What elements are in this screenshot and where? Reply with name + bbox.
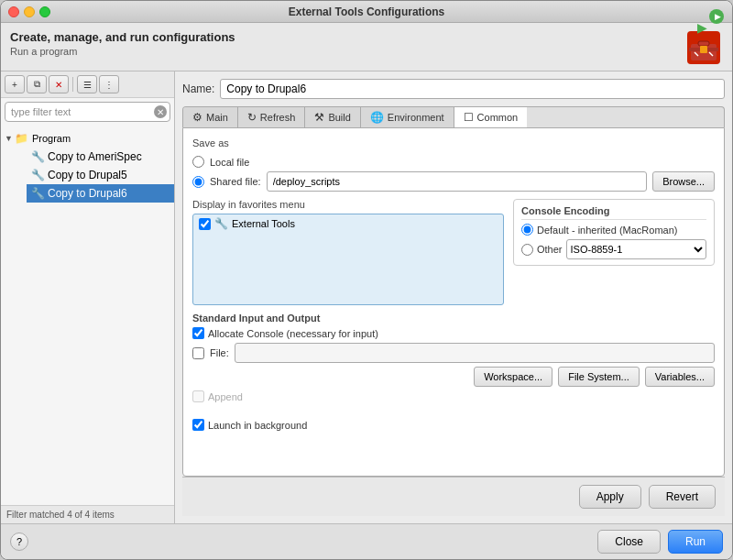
run-button[interactable]: Run: [668, 530, 723, 554]
save-as-label: Save as: [192, 137, 715, 148]
filter-box: ✕: [5, 102, 170, 122]
run-program-icon: [687, 31, 720, 64]
header-subtitle: Run a program: [10, 46, 235, 57]
filter-clear-button[interactable]: ✕: [154, 105, 167, 118]
titlebar: External Tools Configurations: [1, 1, 732, 23]
fav-item-external-tools[interactable]: 🔧 External Tools: [193, 214, 503, 233]
maximize-window-button[interactable]: [39, 6, 50, 17]
sidebar: + ⧉ ✕ ☰ ⋮ ✕ ▼ 📁 Program: [1, 71, 175, 523]
copy-config-button[interactable]: ⧉: [27, 75, 47, 93]
footer-buttons: Close Run: [597, 530, 723, 554]
delete-config-button[interactable]: ✕: [49, 75, 69, 93]
window-title: External Tools Configurations: [289, 5, 444, 18]
local-file-radio[interactable]: [192, 156, 204, 168]
other-encoding-row: Other ISO-8859-1 UTF-8 UTF-16: [521, 239, 706, 259]
tree-item-drupal5[interactable]: 🔧 Copy to Drupal5: [27, 166, 174, 184]
header-title: Create, manage, and run configurations: [10, 30, 235, 44]
tab-refresh[interactable]: ↻ Refresh: [238, 107, 306, 127]
tree-item-drupal6-label: Copy to Drupal6: [48, 187, 127, 200]
tree-group-label: Program: [32, 133, 71, 144]
filter-status: Filter matched 4 of 4 items: [6, 510, 115, 520]
launch-background-checkbox[interactable]: [192, 419, 204, 431]
file-input[interactable]: [235, 343, 715, 363]
tree-item-drupal6[interactable]: 🔧 Copy to Drupal6: [27, 184, 174, 203]
revert-button[interactable]: Revert: [649, 485, 716, 509]
svg-rect-1: [698, 41, 709, 46]
environment-tab-label: Environment: [388, 112, 444, 123]
name-label: Name:: [182, 82, 214, 95]
display-favorites-label: Display in favorites menu: [192, 199, 504, 210]
toolbar-separator: [72, 77, 73, 92]
close-window-button[interactable]: [8, 6, 19, 17]
tab-common[interactable]: ☐ Common: [454, 107, 528, 127]
local-file-row: Local file: [192, 156, 715, 168]
refresh-tab-icon: ↻: [247, 111, 257, 124]
tab-main[interactable]: ⚙ Main: [183, 107, 238, 127]
header-text: Create, manage, and run configurations R…: [10, 30, 235, 57]
help-button[interactable]: ?: [10, 533, 28, 551]
shared-file-row: Shared file: Browse...: [192, 171, 715, 192]
common-tab-label: Common: [477, 112, 519, 123]
name-row: Name:: [182, 79, 725, 99]
std-io-section: Standard Input and Output Allocate Conso…: [192, 313, 715, 406]
default-encoding-radio[interactable]: [521, 224, 533, 236]
program-group-icon: 📁: [15, 131, 29, 146]
variables-button[interactable]: Variables...: [645, 367, 715, 387]
filter-input[interactable]: [5, 102, 170, 122]
default-encoding-label: Default - inherited (MacRoman): [537, 225, 677, 236]
traffic-lights: [8, 6, 50, 17]
file-label: File:: [210, 347, 229, 358]
close-button[interactable]: Close: [597, 530, 661, 554]
run-icon-area: ▶: [684, 30, 723, 65]
tree-item-amerispec[interactable]: 🔧 Copy to AmeriSpec: [27, 148, 174, 166]
config-icon-amerispec: 🔧: [30, 149, 45, 164]
tab-build[interactable]: ⚒ Build: [305, 107, 360, 127]
shared-file-radio[interactable]: [192, 176, 204, 188]
svg-rect-3: [700, 46, 707, 53]
file-row: File:: [192, 343, 715, 363]
tree-group-program[interactable]: ▼ 📁 Program: [1, 129, 174, 148]
tab-environment[interactable]: 🌐 Environment: [361, 107, 454, 127]
tree-children: 🔧 Copy to AmeriSpec 🔧 Copy to Drupal5 🔧 …: [1, 148, 174, 203]
favorites-list: 🔧 External Tools: [192, 214, 504, 305]
minimize-window-button[interactable]: [24, 6, 35, 17]
shared-file-label: Shared file:: [210, 176, 261, 187]
other-encoding-select[interactable]: ISO-8859-1 UTF-8 UTF-16: [566, 239, 706, 259]
browse-button[interactable]: Browse...: [652, 171, 715, 192]
main-window: External Tools Configurations Create, ma…: [0, 0, 733, 560]
fav-checkbox-external-tools[interactable]: [199, 218, 211, 230]
environment-tab-icon: 🌐: [370, 111, 384, 124]
tabs-bar: ⚙ Main ↻ Refresh ⚒ Build 🌐 Environment ☐: [182, 106, 725, 127]
allocate-console-checkbox[interactable]: [192, 327, 204, 339]
fav-icon-external-tools: 🔧: [214, 217, 228, 230]
tree-area: ▼ 📁 Program 🔧 Copy to AmeriSpec 🔧 Copy t…: [1, 126, 174, 505]
file-buttons: Workspace... File System... Variables...: [192, 367, 715, 387]
launch-background-label: Launch in background: [208, 420, 307, 431]
tree-item-drupal5-label: Copy to Drupal5: [48, 169, 127, 181]
std-io-title: Standard Input and Output: [192, 313, 715, 324]
main-tab-icon: ⚙: [192, 111, 202, 124]
local-file-label: Local file: [210, 157, 249, 168]
more-button[interactable]: ⋮: [99, 75, 119, 93]
file-checkbox[interactable]: [192, 347, 204, 359]
filter-button[interactable]: ☰: [77, 75, 97, 93]
add-config-button[interactable]: +: [5, 75, 25, 93]
sidebar-footer: Filter matched 4 of 4 items: [1, 505, 174, 523]
header-bar: Create, manage, and run configurations R…: [1, 23, 732, 71]
common-tab-icon: ☐: [464, 111, 474, 124]
other-encoding-label: Other: [537, 244, 563, 255]
name-input[interactable]: [220, 79, 725, 99]
shared-file-input[interactable]: [267, 171, 647, 192]
launch-background-row: Launch in background: [192, 419, 715, 431]
allocate-console-label: Allocate Console (necessary for input): [208, 328, 378, 339]
tree-item-amerispec-label: Copy to AmeriSpec: [48, 150, 142, 163]
apply-button[interactable]: Apply: [579, 485, 641, 509]
workspace-button[interactable]: Workspace...: [474, 367, 552, 387]
other-encoding-radio[interactable]: [521, 244, 533, 256]
panel-content: Save as Local file Shared file: Browse..…: [182, 127, 725, 477]
append-checkbox[interactable]: [192, 390, 204, 402]
display-favorites-section: Display in favorites menu 🔧 External Too…: [192, 199, 504, 305]
console-enc-box: Console Encoding Default - inherited (Ma…: [513, 199, 715, 266]
append-label: Append: [208, 391, 243, 402]
file-system-button[interactable]: File System...: [558, 367, 640, 387]
